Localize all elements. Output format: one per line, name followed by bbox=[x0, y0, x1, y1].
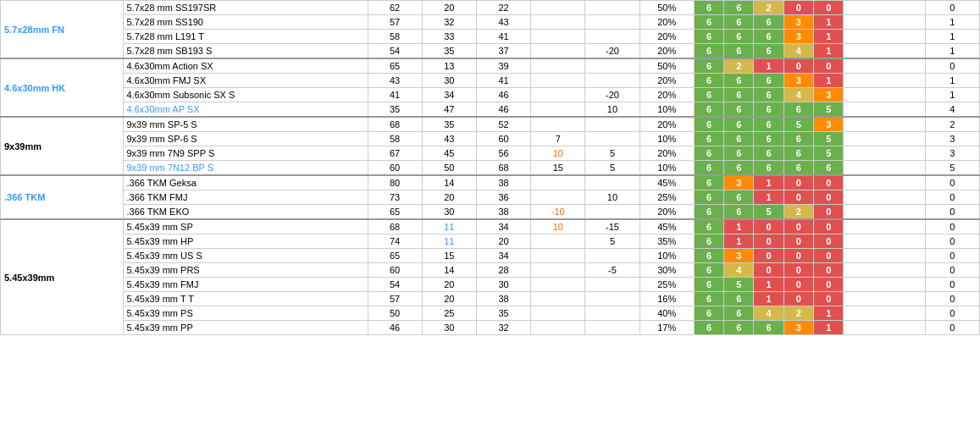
armor-class-cell: 3 bbox=[814, 88, 844, 102]
spacer-cell bbox=[844, 263, 925, 278]
ammo-name: 5.45x39 mm HP bbox=[123, 234, 368, 249]
armor-class-cell: 0 bbox=[754, 219, 783, 234]
armor-class-cell: 1 bbox=[724, 234, 754, 249]
armor-class-cell: 6 bbox=[694, 58, 723, 74]
numeric-value: 46 bbox=[368, 321, 422, 335]
armor-class-cell: 0 bbox=[814, 1, 844, 15]
numeric-value: 32 bbox=[422, 15, 476, 30]
numeric-value bbox=[531, 263, 585, 278]
armor-class-cell: 0 bbox=[783, 190, 813, 205]
spacer-cell bbox=[844, 306, 925, 321]
numeric-value: 11 bbox=[422, 234, 476, 249]
numeric-value: 57 bbox=[368, 15, 422, 30]
percent-value: 16% bbox=[639, 292, 694, 306]
numeric-value: 60 bbox=[476, 132, 530, 146]
armor-class-cell: 6 bbox=[724, 74, 754, 88]
last-value: 0 bbox=[925, 321, 979, 335]
percent-value: 20% bbox=[639, 205, 694, 220]
ammo-name: 9x39 mm SP-5 S bbox=[123, 117, 368, 132]
last-value: 0 bbox=[925, 249, 979, 263]
numeric-value: 39 bbox=[476, 58, 530, 74]
numeric-value: 43 bbox=[368, 74, 422, 88]
category-label: 4.6x30mm HK bbox=[1, 58, 124, 117]
armor-class-cell: 5 bbox=[724, 278, 754, 292]
last-value: 0 bbox=[925, 205, 979, 220]
spacer-cell bbox=[844, 321, 925, 335]
numeric-value: 80 bbox=[368, 175, 422, 190]
category-label: 5.7x28mm FN bbox=[1, 1, 124, 59]
numeric-value bbox=[585, 249, 639, 263]
armor-class-cell: 6 bbox=[694, 292, 723, 306]
armor-class-cell: 6 bbox=[754, 44, 783, 59]
armor-class-cell: 0 bbox=[783, 219, 813, 234]
armor-class-cell: 5 bbox=[754, 205, 783, 220]
armor-class-cell: 3 bbox=[783, 74, 813, 88]
armor-class-cell: 0 bbox=[783, 1, 813, 15]
armor-class-cell: 6 bbox=[694, 234, 723, 249]
armor-class-cell: 6 bbox=[783, 161, 813, 176]
numeric-value: 35 bbox=[476, 306, 530, 321]
numeric-value bbox=[585, 15, 639, 30]
armor-class-cell: 6 bbox=[724, 117, 754, 132]
last-value: 0 bbox=[925, 58, 979, 74]
armor-class-cell: 1 bbox=[754, 175, 783, 190]
numeric-value bbox=[585, 306, 639, 321]
last-value: 3 bbox=[925, 132, 979, 146]
numeric-value: 13 bbox=[422, 58, 476, 74]
ammo-name: .366 TKM EKO bbox=[123, 205, 368, 220]
armor-class-cell: 0 bbox=[783, 249, 813, 263]
spacer-cell bbox=[844, 74, 925, 88]
numeric-value: 35 bbox=[422, 44, 476, 59]
armor-class-cell: 6 bbox=[724, 146, 754, 161]
numeric-value: 58 bbox=[368, 30, 422, 44]
spacer-cell bbox=[844, 175, 925, 190]
numeric-value: 11 bbox=[422, 219, 476, 234]
numeric-value: 32 bbox=[476, 321, 530, 335]
armor-class-cell: 1 bbox=[754, 58, 783, 74]
armor-class-cell: 1 bbox=[814, 15, 844, 30]
ammo-name: 9x39 mm 7N12 BP S bbox=[123, 161, 368, 176]
last-value: 0 bbox=[925, 263, 979, 278]
armor-class-cell: 6 bbox=[694, 161, 723, 176]
armor-class-cell: 6 bbox=[724, 161, 754, 176]
armor-class-cell: 0 bbox=[814, 234, 844, 249]
numeric-value bbox=[585, 30, 639, 44]
armor-class-cell: 1 bbox=[814, 44, 844, 59]
numeric-value: 14 bbox=[422, 175, 476, 190]
numeric-value: 35 bbox=[422, 117, 476, 132]
armor-class-cell: 6 bbox=[694, 1, 723, 15]
armor-class-cell: 6 bbox=[694, 278, 723, 292]
spacer-cell bbox=[844, 249, 925, 263]
percent-value: 50% bbox=[639, 1, 694, 15]
numeric-value bbox=[585, 1, 639, 15]
numeric-value bbox=[531, 321, 585, 335]
spacer-cell bbox=[844, 292, 925, 306]
numeric-value bbox=[585, 117, 639, 132]
armor-class-cell: 6 bbox=[724, 321, 754, 335]
armor-class-cell: 6 bbox=[694, 102, 723, 118]
armor-class-cell: 0 bbox=[754, 263, 783, 278]
numeric-value: 38 bbox=[476, 292, 530, 306]
ammo-name: 5.45x39 mm PS bbox=[123, 306, 368, 321]
numeric-value: 34 bbox=[476, 219, 530, 234]
numeric-value: 10 bbox=[531, 219, 585, 234]
armor-class-cell: 0 bbox=[754, 234, 783, 249]
ammo-name: 5.45x39 mm PRS bbox=[123, 263, 368, 278]
numeric-value: 37 bbox=[476, 44, 530, 59]
last-value: 0 bbox=[925, 234, 979, 249]
ammo-name: 5.7x28 mm SB193 S bbox=[123, 44, 368, 59]
armor-class-cell: 1 bbox=[814, 74, 844, 88]
percent-value: 10% bbox=[639, 249, 694, 263]
percent-value: 20% bbox=[639, 30, 694, 44]
armor-class-cell: 1 bbox=[814, 30, 844, 44]
numeric-value: 60 bbox=[368, 161, 422, 176]
numeric-value: 46 bbox=[476, 88, 530, 102]
armor-class-cell: 5 bbox=[783, 117, 813, 132]
percent-value: 20% bbox=[639, 74, 694, 88]
numeric-value: 7 bbox=[531, 132, 585, 146]
numeric-value: 50 bbox=[422, 161, 476, 176]
numeric-value: 33 bbox=[422, 30, 476, 44]
armor-class-cell: 6 bbox=[724, 292, 754, 306]
numeric-value: 47 bbox=[422, 102, 476, 118]
armor-class-cell: 6 bbox=[694, 219, 723, 234]
